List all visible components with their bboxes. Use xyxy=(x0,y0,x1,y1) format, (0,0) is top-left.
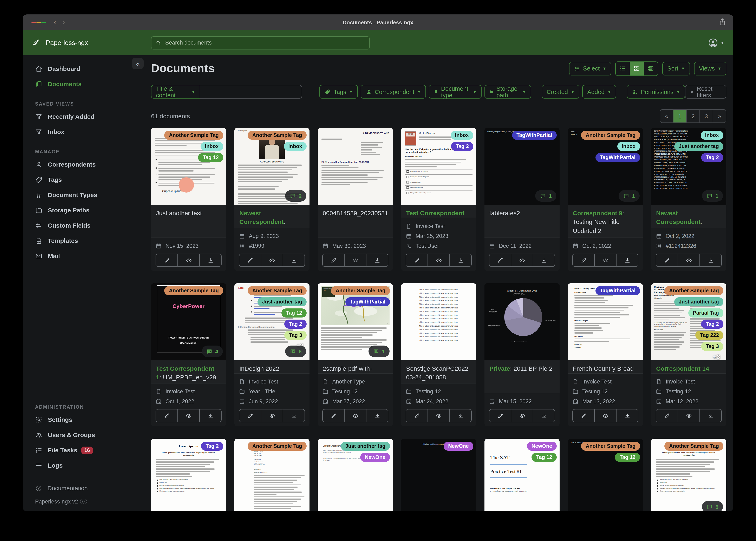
views-button[interactable]: Views ▼ xyxy=(694,62,726,75)
document-thumbnail[interactable]: Country,Region/State,"Total","ValTagWith… xyxy=(484,128,560,205)
document-title[interactable]: Correspondent 9: Testing New Title Updat… xyxy=(568,205,643,238)
brand[interactable]: Paperless-ngx xyxy=(31,38,151,48)
edit-document-button[interactable] xyxy=(156,254,178,267)
comment-count[interactable]: 1 xyxy=(369,345,390,357)
sort-button[interactable]: Sort ▼ xyxy=(662,62,690,75)
tag-pill[interactable]: TagWithPartial xyxy=(345,297,390,306)
edit-document-button[interactable] xyxy=(406,254,428,267)
document-thumbnail[interactable]: Contact Sheet DemoGiven a set of image f… xyxy=(318,439,393,511)
document-thumbnail[interactable]: Boundary Waters TripNAnother Sample TagT… xyxy=(318,283,393,360)
tag-pill[interactable]: Just another tag xyxy=(341,442,390,451)
sidebar-item-tags[interactable]: Tags xyxy=(23,172,144,187)
view-document-button[interactable] xyxy=(428,254,450,267)
view-document-button[interactable] xyxy=(345,409,366,422)
sidebar-item-settings[interactable]: Settings xyxy=(23,412,144,427)
document-title[interactable]: Newest Correspondent: H7_Napoleon_Bonapa… xyxy=(234,205,309,228)
document-correspondent[interactable]: Newest Correspondent xyxy=(656,210,700,225)
page-»-button[interactable]: » xyxy=(713,110,726,123)
tag-pill[interactable]: Another Sample Tag xyxy=(665,286,723,295)
document-thumbnail[interactable]: Review ofof ArbitralCertainty of AwardBy… xyxy=(651,283,726,360)
view-document-button[interactable] xyxy=(345,254,366,267)
document-thumbnail[interactable]: one,1.0five,5.0Another Sample TagInboxTa… xyxy=(568,128,643,205)
document-thumbnail[interactable]: ✳ BANK OF SCOTLAND2,0 % p. a. auf Ihr Ta… xyxy=(318,128,393,205)
download-document-button[interactable] xyxy=(200,409,221,422)
document-thumbnail[interactable]: Test Name123-456-7890January 2, 2022July… xyxy=(234,439,309,511)
download-document-button[interactable] xyxy=(450,254,471,267)
page-«-button[interactable]: « xyxy=(660,110,673,123)
view-grid-button[interactable] xyxy=(630,62,644,75)
page-2-button[interactable]: 2 xyxy=(687,110,700,123)
comment-count[interactable]: 1 xyxy=(619,190,640,202)
tag-pill[interactable]: Another Sample Tag xyxy=(248,131,307,140)
view-document-button[interactable] xyxy=(511,409,533,422)
sidebar-item-correspondents[interactable]: Correspondents xyxy=(23,157,144,172)
tag-pill[interactable]: Inbox xyxy=(284,142,307,151)
download-document-button[interactable] xyxy=(450,409,471,422)
document-thumbnail[interactable]: MEDICAL TEACHERMedical TeacherHas the ne… xyxy=(401,128,476,205)
tag-pill[interactable]: Tag 222 xyxy=(696,331,723,340)
document-thumbnail[interactable]: Serial Number,Company Name,Employe978818… xyxy=(651,128,726,205)
download-document-button[interactable] xyxy=(700,409,721,422)
tag-pill[interactable]: Just another tag xyxy=(674,142,724,151)
sidebar-item-custom-fields[interactable]: Custom Fields xyxy=(23,218,144,233)
edit-document-button[interactable] xyxy=(239,254,261,267)
document-title[interactable]: Sonstige ScanPC2022 03-24_081058 xyxy=(401,360,476,383)
sidebar-item-mail[interactable]: Mail xyxy=(23,248,144,264)
document-correspondent[interactable]: Correspondent 9 xyxy=(573,210,622,217)
view-document-button[interactable] xyxy=(678,254,700,267)
tag-pill[interactable]: Inbox xyxy=(200,142,223,151)
tag-pill[interactable]: Tag 2 xyxy=(701,153,723,162)
view-document-button[interactable] xyxy=(261,409,283,422)
document-thumbnail[interactable]: Francja pod rNAPOLEON BONAPARTEAnother S… xyxy=(234,128,309,205)
user-menu[interactable]: ▼ xyxy=(708,37,724,48)
share-icon[interactable] xyxy=(718,18,727,26)
comment-count[interactable]: 1 xyxy=(535,190,556,202)
tag-pill[interactable]: Inbox xyxy=(700,131,723,140)
tag-pill[interactable]: Just another tag xyxy=(258,297,307,306)
tag-pill[interactable]: Another Sample Tag xyxy=(164,131,223,140)
title-content-dropdown[interactable]: Title & content ▼ xyxy=(151,85,200,99)
document-title[interactable]: 2sample-pdf-with-images xyxy=(318,360,393,373)
document-correspondent[interactable]: Correspondent 14 xyxy=(656,365,709,372)
document-title[interactable]: French Country Bread Revised.docx xyxy=(568,360,643,373)
edit-document-button[interactable] xyxy=(573,409,595,422)
document-thumbnail[interactable]: Lorem ipsumLorem ipsum dolor sit amet, c… xyxy=(151,439,226,511)
document-thumbnail[interactable]: Lorem ipsumLorem ipsum dolor sit amet, c… xyxy=(651,439,726,511)
tag-pill[interactable]: Another Sample Tag xyxy=(248,286,307,295)
view-document-button[interactable] xyxy=(511,254,533,267)
document-thumbnail[interactable]: CyberPowerPowerPanel® Business EditionUs… xyxy=(151,283,226,360)
document-title[interactable]: Private: 2011 BP Pie 2 xyxy=(484,360,560,393)
filter-storage-path-button[interactable]: Storage path▼ xyxy=(484,85,531,99)
document-thumbnail[interactable]: This is a test page document. Page 1.Ano… xyxy=(568,439,643,511)
comment-count[interactable]: 1 xyxy=(702,190,723,202)
download-document-button[interactable] xyxy=(617,409,638,422)
document-thumbnail[interactable]: The SATPractice Test #1Make time to take… xyxy=(484,439,560,511)
edit-document-button[interactable] xyxy=(656,409,678,422)
view-document-button[interactable] xyxy=(178,409,200,422)
tag-pill[interactable]: NewOne xyxy=(444,442,473,451)
tag-pill[interactable]: Another Sample Tag xyxy=(581,442,640,451)
sidebar-item-inbox[interactable]: Inbox xyxy=(23,124,144,139)
tag-pill[interactable]: Tag 2 xyxy=(285,319,307,329)
view-smallcards-button[interactable] xyxy=(644,62,658,75)
tag-pill[interactable]: Tag 12 xyxy=(532,453,557,462)
edit-document-button[interactable] xyxy=(323,409,345,422)
document-title[interactable]: Test Correspondent 1: UM_PPBE_en_v29 xyxy=(151,360,226,383)
title-content-input[interactable] xyxy=(200,85,302,99)
download-document-button[interactable] xyxy=(283,409,305,422)
filter-correspondent-button[interactable]: Correspondent▼ xyxy=(361,85,426,99)
edit-document-button[interactable] xyxy=(156,409,178,422)
tag-pill[interactable]: Another Sample Tag xyxy=(581,131,640,140)
sidebar-item-document-types[interactable]: Document Types xyxy=(23,187,144,203)
view-document-button[interactable] xyxy=(678,409,700,422)
page-1-button[interactable]: 1 xyxy=(673,110,687,123)
tag-pill[interactable]: Inbox xyxy=(617,142,640,151)
document-correspondent[interactable]: Private xyxy=(489,365,510,372)
search-input[interactable] xyxy=(164,39,365,46)
edit-document-button[interactable] xyxy=(323,254,345,267)
tag-pill[interactable]: Partial Tag xyxy=(688,308,723,317)
document-title[interactable]: Just another test xyxy=(151,205,226,238)
download-document-button[interactable] xyxy=(533,409,555,422)
tag-pill[interactable]: Tag 3 xyxy=(285,331,307,340)
tag-pill[interactable]: Tag 12 xyxy=(615,453,640,462)
